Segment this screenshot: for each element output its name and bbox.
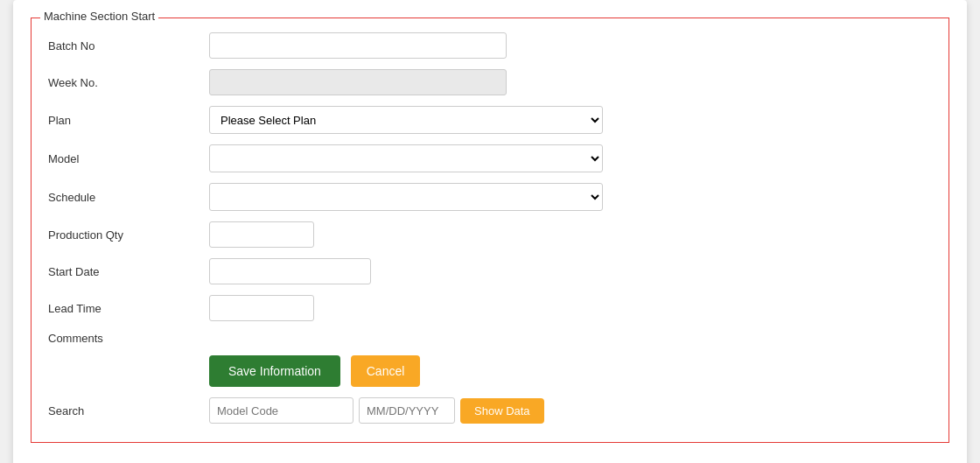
- week-no-input[interactable]: [209, 69, 507, 95]
- schedule-select[interactable]: [209, 183, 603, 211]
- week-no-row: Week No.: [45, 64, 935, 101]
- batch-no-label: Batch No: [45, 27, 202, 64]
- date-search-input[interactable]: [359, 397, 455, 424]
- comments-row: Comments: [45, 326, 935, 350]
- schedule-row: Schedule: [45, 178, 935, 216]
- start-date-label: Start Date: [45, 253, 202, 290]
- section-title: Machine Section Start: [40, 10, 158, 23]
- week-no-label: Week No.: [45, 64, 202, 101]
- footer: © 2021 - DIGITAL INTELLIGENCE SYSTEM LTD…: [31, 452, 949, 463]
- schedule-label: Schedule: [45, 178, 202, 216]
- plan-select[interactable]: Please Select Plan: [209, 106, 603, 134]
- search-label: Search: [45, 392, 202, 429]
- search-inputs: Show Data: [209, 397, 932, 424]
- start-date-input[interactable]: [209, 258, 371, 284]
- cancel-button[interactable]: Cancel: [351, 355, 421, 387]
- batch-no-input[interactable]: [209, 32, 507, 59]
- lead-time-input[interactable]: [209, 295, 314, 321]
- action-buttons-row: Save Information Cancel: [45, 350, 935, 392]
- comments-label: Comments: [45, 326, 202, 350]
- plan-row: Plan Please Select Plan: [45, 101, 935, 139]
- section-border: Machine Section Start Batch No Week No.: [31, 18, 949, 443]
- model-select[interactable]: [209, 144, 603, 172]
- start-date-row: Start Date: [45, 253, 935, 290]
- production-qty-row: Production Qty: [45, 216, 935, 253]
- lead-time-label: Lead Time: [45, 290, 202, 326]
- plan-label: Plan: [45, 101, 202, 139]
- model-label: Model: [45, 139, 202, 178]
- page-container: Machine Section Start Batch No Week No.: [13, 0, 967, 463]
- show-data-button[interactable]: Show Data: [460, 398, 544, 424]
- lead-time-row: Lead Time: [45, 290, 935, 326]
- production-qty-label: Production Qty: [45, 216, 202, 253]
- batch-no-row: Batch No: [45, 27, 935, 64]
- form-table: Batch No Week No. Plan: [45, 27, 935, 429]
- model-row: Model: [45, 139, 935, 178]
- production-qty-input[interactable]: [209, 221, 314, 248]
- search-row: Search Show Data: [45, 392, 935, 429]
- model-code-input[interactable]: [209, 397, 354, 424]
- save-button[interactable]: Save Information: [209, 355, 340, 387]
